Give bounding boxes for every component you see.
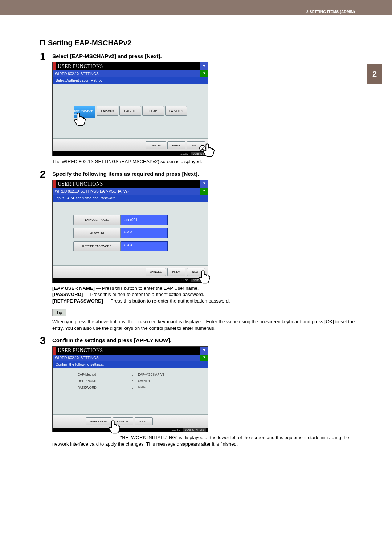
conf-value: User001	[138, 379, 150, 383]
rule-top	[40, 32, 359, 32]
conf-label: EAP-Method	[78, 373, 132, 376]
step-2-head: Specify the following items as required …	[52, 171, 359, 177]
peap-button[interactable]: PEAP	[142, 106, 164, 116]
help-icon[interactable]: ?	[200, 347, 208, 355]
job-status[interactable]: JOB STATUS	[183, 428, 206, 432]
header-breadcrumb: 2 SETTING ITEMS (ADMIN)	[306, 10, 355, 14]
step-3: 3 Confirm the settings and press [APPLY …	[40, 335, 359, 447]
brand-bar	[53, 62, 56, 70]
screen-title: USER FUNCTIONS	[56, 62, 200, 70]
screenshot-1: USER FUNCTIONS ? WIRED 802.1X SETTINGS ?…	[52, 62, 208, 156]
cancel-button[interactable]: CANCEL	[146, 268, 166, 276]
tip-text: When you press the above buttons, the on…	[52, 319, 359, 331]
retype-password-value[interactable]: ******	[121, 241, 168, 251]
section-heading-text: Setting EAP-MSCHAPv2	[48, 39, 131, 47]
screen-subtitle: WIRED 802.1X SETTINGS	[53, 355, 200, 361]
header-strip: 2 SETTING ITEMS (ADMIN)	[0, 0, 392, 15]
screen-title: USER FUNCTIONS	[56, 347, 200, 355]
eap-username-value[interactable]: User001	[121, 215, 168, 225]
brand-bar	[53, 180, 56, 188]
clock-text: 11:38	[180, 279, 189, 282]
eap-md5-button[interactable]: EAP-MD5	[97, 106, 118, 116]
clock-text: 11:39	[172, 428, 180, 432]
cancel-button[interactable]: CANCEL	[146, 141, 166, 149]
eap-username-button[interactable]: EAP USER NAME	[73, 215, 121, 225]
step-1-desc: The WIRED 802.1X SETTINGS (EAP-MSCHAPv2)…	[52, 158, 359, 165]
step-3-desc: "NETWORK INITIALIZING" is displayed at t…	[52, 434, 359, 447]
tip-label: Tip	[52, 309, 66, 316]
step-1: 1 Select [EAP-MSCHAPv2] and press [Next]…	[40, 51, 359, 165]
help2-icon[interactable]: ?	[200, 355, 208, 361]
apply-now-button[interactable]: APPLY NOW	[86, 417, 111, 425]
clock-text: 11:37	[180, 152, 189, 155]
step-3-head: Confirm the settings and press [APPLY NO…	[52, 337, 359, 343]
help-icon[interactable]: ?	[200, 180, 208, 188]
eap-ttls-button[interactable]: EAP-TTLS	[165, 106, 187, 116]
help2-icon[interactable]: ?	[200, 70, 208, 77]
screen-hint: Input EAP-User Name and Password.	[53, 195, 208, 202]
screen-title: USER FUNCTIONS	[56, 180, 200, 188]
section-heading: Setting EAP-MSCHAPv2	[40, 39, 359, 47]
callout-2: 2	[199, 145, 206, 151]
page-content: Setting EAP-MSCHAPv2 1 Select [EAP-MSCHA…	[0, 32, 392, 555]
conf-label: USER NAME	[78, 379, 132, 383]
password-value[interactable]: ******	[121, 228, 168, 238]
step-number: 1	[40, 51, 52, 165]
screen-subtitle: WIRED 802.1X SETTINGS	[53, 70, 200, 77]
password-button[interactable]: PASSWORD	[73, 228, 121, 238]
step-1-head: Select [EAP-MSCHAPv2] and press [Next].	[52, 53, 359, 59]
checkbox-icon	[40, 40, 45, 45]
cancel-button[interactable]: CANCEL	[113, 417, 133, 425]
step-2: 2 Specify the following items as require…	[40, 169, 359, 332]
conf-value: ******	[138, 386, 146, 389]
next-button[interactable]: NEXT	[187, 268, 205, 276]
screen-hint: Confirm the following settings.	[53, 361, 208, 368]
eap-mschapv2-button[interactable]: EAP-MSCHAP v2	[74, 106, 95, 118]
screen-hint: Select Authentication Method.	[53, 77, 208, 84]
conf-value: EAP-MSCHAP V2	[138, 373, 164, 376]
prev-button[interactable]: PREV.	[135, 417, 153, 425]
job-status[interactable]: JOB ST	[191, 279, 206, 282]
step-number: 2	[40, 169, 52, 332]
eap-tls-button[interactable]: EAP-TLS	[119, 106, 141, 116]
job-status[interactable]: JOB ST	[191, 152, 206, 155]
help2-icon[interactable]: ?	[200, 188, 208, 195]
screenshot-2: USER FUNCTIONS ? WIRED 802.1X SETTINGS(E…	[52, 180, 208, 283]
screenshot-3: USER FUNCTIONS ? WIRED 802.1X SETTINGS ?…	[52, 346, 208, 432]
prev-button[interactable]: PREV.	[167, 268, 185, 276]
help-icon[interactable]: ?	[200, 62, 208, 70]
prev-button[interactable]: PREV.	[167, 141, 185, 149]
field-descriptions: [EAP USER NAME] — Press this button to e…	[52, 285, 359, 304]
brand-bar	[53, 347, 56, 355]
screen-subtitle: WIRED 802.1X SETTINGS(EAP-MSCHAPv2)	[53, 188, 200, 195]
retype-password-button[interactable]: RETYPE PASSWORD	[73, 241, 121, 251]
step-number: 3	[40, 335, 52, 447]
callout-1: 1	[78, 116, 84, 123]
conf-label: PASSWORD	[78, 386, 132, 389]
